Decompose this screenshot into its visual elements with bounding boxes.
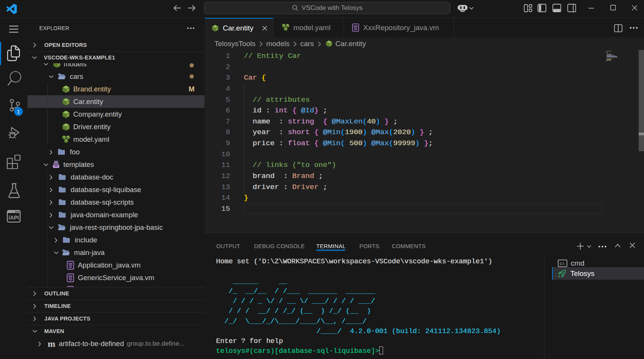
svg-text:C:\: C:\ — [560, 261, 565, 266]
svg-text:/API: /API — [8, 215, 19, 221]
